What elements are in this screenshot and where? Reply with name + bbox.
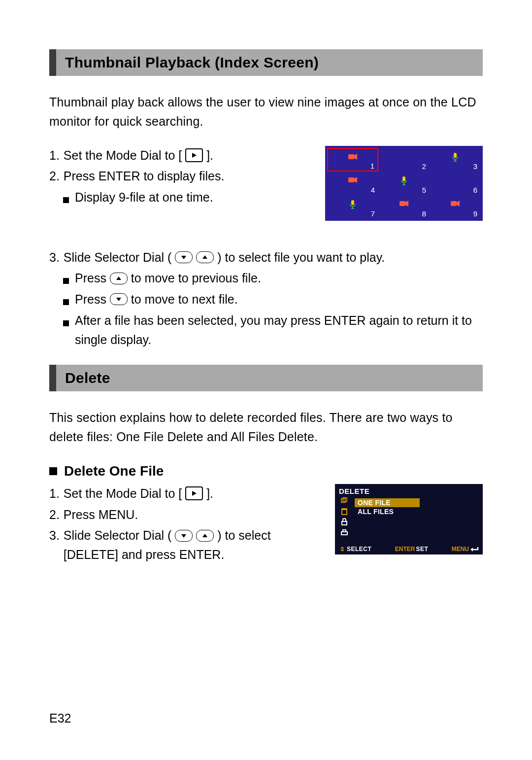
step-3: 3. Slide Selector Dial ( ) to select fil… — [49, 248, 483, 267]
step-number: 3. — [49, 248, 60, 267]
delete-menu-footer: SELECT ENTER SET MENU — [339, 544, 479, 553]
bullet-square-icon — [63, 278, 69, 284]
bullet-square-icon — [63, 299, 69, 305]
section2-intro: This section explains how to delete reco… — [49, 408, 483, 447]
thumbnail-cell[interactable]: 6 — [430, 172, 481, 195]
step3-sub2: Press to move to next file. — [63, 290, 483, 309]
thumbnail-cell[interactable]: 1 — [327, 148, 378, 172]
mic-icon — [349, 200, 356, 211]
lock-icon — [340, 518, 348, 526]
svg-rect-16 — [451, 201, 457, 206]
step1-post: ]. — [206, 148, 213, 162]
svg-marker-32 — [340, 547, 344, 549]
svg-rect-1 — [348, 154, 354, 159]
section2-steps: 1. Set the Mode Dial to [ ]. 2. Press ME… — [49, 484, 320, 566]
footer-select-label: SELECT — [347, 546, 371, 553]
section-header-delete: Delete — [49, 365, 483, 391]
trash-icon — [340, 507, 348, 515]
playback-mode-icon — [185, 486, 203, 500]
playback-mode-icon — [185, 148, 203, 162]
footer-menu-label: MENU — [452, 546, 469, 553]
svg-marker-19 — [202, 255, 207, 259]
thumbnail-cell[interactable]: 8 — [378, 195, 430, 219]
svg-rect-11 — [351, 200, 354, 205]
up-arrow-icon — [110, 273, 128, 284]
return-icon — [470, 546, 479, 552]
bullet-square-icon — [63, 320, 69, 326]
svg-rect-31 — [343, 530, 346, 532]
thumbnail-number: 4 — [371, 186, 375, 194]
step3-sub3-text: After a file has been selected, you may … — [75, 311, 483, 349]
s2-step3-pre: Slide Selector Dial ( — [64, 528, 172, 542]
svg-marker-17 — [457, 201, 460, 207]
thumbnail-number: 2 — [422, 162, 426, 171]
step-number: 3. — [49, 526, 60, 564]
thumbnail-number: 1 — [370, 162, 374, 170]
svg-marker-24 — [202, 534, 207, 537]
subheading-text: Delete One File — [64, 463, 164, 479]
step3-sub2-post: to move to next file. — [131, 292, 238, 306]
section1-intro: Thumbnail play back allows the user to v… — [49, 93, 483, 131]
svg-marker-15 — [405, 201, 408, 207]
thumbnail-number: 3 — [473, 162, 477, 171]
s2-step2-text: Press MENU. — [64, 505, 320, 524]
svg-marker-22 — [192, 491, 197, 496]
up-arrow-icon — [196, 530, 214, 542]
step3-sub3: After a file has been selected, you may … — [63, 311, 483, 349]
overlay-icon — [340, 497, 348, 504]
svg-marker-33 — [340, 550, 344, 552]
step3-sub1: Press to move to previous file. — [63, 269, 483, 288]
thumbnail-cell[interactable]: 9 — [430, 195, 481, 219]
footer-set-label: SET — [416, 546, 428, 553]
section1-steps: 1. Set the Mode Dial to [ ]. 2. Press EN… — [49, 146, 310, 209]
print-icon — [340, 529, 348, 537]
manual-page: Thumbnail Playback (Index Screen) Thumbn… — [0, 0, 532, 760]
section2-row: 1. Set the Mode Dial to [ ]. 2. Press ME… — [49, 484, 483, 566]
svg-rect-28 — [341, 508, 347, 510]
svg-rect-8 — [402, 176, 405, 181]
step3-pre: Slide Selector Dial ( — [64, 250, 172, 264]
delete-menu-title: DELETE — [339, 487, 479, 495]
section1-row: 1. Set the Mode Dial to [ ]. 2. Press EN… — [49, 146, 483, 221]
delete-option-one-file[interactable]: ONE FILE — [355, 498, 420, 507]
delete-option-all-files[interactable]: ALL FILES — [355, 507, 479, 516]
thumbnail-number: 5 — [422, 186, 426, 194]
thumbnail-cell[interactable]: 5 — [378, 172, 430, 195]
thumbnail-cell[interactable]: 7 — [327, 195, 378, 219]
mic-icon — [400, 176, 407, 188]
thumbnail-cell[interactable]: 4 — [327, 172, 378, 195]
menu-side-icons — [339, 497, 350, 544]
step-1: 1. Set the Mode Dial to [ ]. — [49, 146, 310, 165]
thumbnail-cell[interactable]: 2 — [378, 148, 430, 172]
footer-enter-label: ENTER — [395, 546, 415, 553]
video-icon — [399, 200, 409, 209]
step-number: 2. — [49, 505, 60, 524]
page-number: E32 — [49, 711, 71, 725]
s2-step1: 1. Set the Mode Dial to [ ]. — [49, 484, 320, 503]
step-number: 2. — [49, 167, 60, 186]
down-arrow-icon — [175, 530, 193, 542]
thumbnail-number: 6 — [473, 186, 477, 194]
step2-text: Press ENTER to display files. — [64, 167, 310, 186]
video-icon — [348, 176, 358, 186]
subsection-delete-one-file: Delete One File — [49, 463, 483, 479]
step2-sub: Display 9-file at one time. — [63, 188, 310, 207]
svg-marker-34 — [470, 548, 473, 552]
mic-icon — [452, 152, 459, 164]
updown-icon — [339, 546, 346, 552]
svg-marker-23 — [181, 534, 186, 538]
step-number: 1. — [49, 146, 60, 165]
s2-step2: 2. Press MENU. — [49, 505, 320, 524]
s2-step1-pre: Set the Mode Dial to [ — [64, 486, 182, 500]
step3-post: ) to select file you want to play. — [217, 250, 385, 264]
up-arrow-icon — [196, 251, 214, 263]
svg-rect-27 — [342, 510, 347, 515]
svg-marker-21 — [116, 298, 121, 301]
down-arrow-icon — [175, 251, 193, 263]
bullet-square-icon — [49, 467, 57, 475]
svg-marker-2 — [354, 154, 357, 160]
svg-rect-14 — [399, 201, 405, 206]
thumbnail-cell[interactable]: 3 — [430, 148, 481, 172]
svg-rect-3 — [454, 153, 457, 158]
s2-step1-post: ]. — [206, 486, 213, 500]
